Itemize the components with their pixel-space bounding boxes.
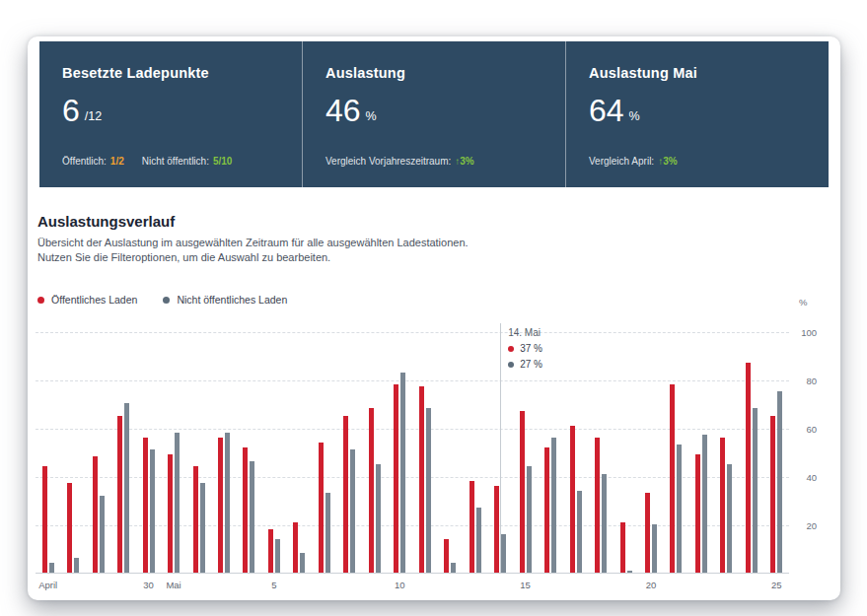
kpi-unit: % xyxy=(629,109,640,127)
kpi-detail-label: Nicht öffentlich: xyxy=(142,156,209,167)
bar--ffentliches-laden[interactable] xyxy=(117,416,122,573)
bar-nicht-ffentliches-laden[interactable] xyxy=(476,508,481,573)
bar--ffentliches-laden[interactable] xyxy=(319,443,324,573)
bar-group[interactable] xyxy=(688,332,713,573)
kpi-detail-value: 5/10 xyxy=(213,156,232,167)
bar-group[interactable] xyxy=(36,332,60,573)
bar--ffentliches-laden[interactable] xyxy=(570,426,575,573)
bar-nicht-ffentliches-laden[interactable] xyxy=(426,408,431,573)
bar-group[interactable] xyxy=(211,332,236,573)
legend-item-oeffentliches-laden[interactable]: Öffentliches Laden xyxy=(37,294,137,306)
bar--ffentliches-laden[interactable] xyxy=(770,416,775,573)
bar-nicht-ffentliches-laden[interactable] xyxy=(250,461,254,573)
bar-nicht-ffentliches-laden[interactable] xyxy=(652,524,657,573)
bar-group[interactable] xyxy=(412,332,437,573)
bar-nicht-ffentliches-laden[interactable] xyxy=(100,496,105,573)
bar-nicht-ffentliches-laden[interactable] xyxy=(225,433,230,573)
bar-group[interactable] xyxy=(638,332,663,573)
bar-nicht-ffentliches-laden[interactable] xyxy=(551,438,556,573)
bar-nicht-ffentliches-laden[interactable] xyxy=(124,403,129,573)
plot-area[interactable]: 14. Mai37 %27 % xyxy=(36,332,789,574)
bar--ffentliches-laden[interactable] xyxy=(67,483,72,573)
bar--ffentliches-laden[interactable] xyxy=(419,386,424,573)
bar-group[interactable] xyxy=(136,332,161,573)
bar-nicht-ffentliches-laden[interactable] xyxy=(753,408,758,573)
bar-nicht-ffentliches-laden[interactable] xyxy=(150,449,155,573)
bar-group[interactable] xyxy=(312,332,336,573)
bar--ffentliches-laden[interactable] xyxy=(695,454,700,573)
bar--ffentliches-laden[interactable] xyxy=(746,363,751,573)
x-axis-label: 20 xyxy=(646,580,657,590)
kpi-card-auslastung-mai: Auslastung Mai 64 % Vergleich April:↑3% xyxy=(565,41,829,187)
kpi-footer: Vergleich Vorjahreszeitraum:↑3% xyxy=(325,156,474,167)
bar-group[interactable] xyxy=(438,332,463,573)
bar--ffentliches-laden[interactable] xyxy=(293,522,298,573)
bar--ffentliches-laden[interactable] xyxy=(394,384,398,573)
bar-nicht-ffentliches-laden[interactable] xyxy=(350,449,355,573)
bar--ffentliches-laden[interactable] xyxy=(645,493,650,573)
bar--ffentliches-laden[interactable] xyxy=(369,408,374,573)
bar-series xyxy=(36,332,789,573)
bar-group[interactable] xyxy=(337,332,362,573)
bar-group[interactable] xyxy=(714,332,739,573)
bar-group[interactable] xyxy=(161,332,185,573)
bar--ffentliches-laden[interactable] xyxy=(720,438,725,573)
bar--ffentliches-laden[interactable] xyxy=(544,447,549,573)
bar--ffentliches-laden[interactable] xyxy=(93,456,98,573)
bar-nicht-ffentliches-laden[interactable] xyxy=(451,563,456,573)
bar-nicht-ffentliches-laden[interactable] xyxy=(501,534,506,573)
bar-nicht-ffentliches-laden[interactable] xyxy=(275,539,280,573)
bar--ffentliches-laden[interactable] xyxy=(343,416,348,573)
bar-group[interactable] xyxy=(186,332,211,573)
bar--ffentliches-laden[interactable] xyxy=(193,466,198,573)
bar-nicht-ffentliches-laden[interactable] xyxy=(175,433,180,573)
bar-group[interactable] xyxy=(86,332,110,573)
bar-nicht-ffentliches-laden[interactable] xyxy=(49,563,54,573)
bar--ffentliches-laden[interactable] xyxy=(520,411,525,573)
bar--ffentliches-laden[interactable] xyxy=(168,454,173,573)
bar-nicht-ffentliches-laden[interactable] xyxy=(300,553,305,573)
bar--ffentliches-laden[interactable] xyxy=(444,539,449,573)
bar-group[interactable] xyxy=(110,332,135,573)
bar-group[interactable] xyxy=(261,332,286,573)
bar--ffentliches-laden[interactable] xyxy=(218,438,223,573)
bar--ffentliches-laden[interactable] xyxy=(670,384,675,573)
bar--ffentliches-laden[interactable] xyxy=(143,438,148,573)
bar-group[interactable] xyxy=(362,332,387,573)
kpi-card-auslastung: Auslastung 46 % Vergleich Vorjahreszeitr… xyxy=(302,41,565,187)
bar--ffentliches-laden[interactable] xyxy=(470,481,474,573)
bar--ffentliches-laden[interactable] xyxy=(494,486,499,573)
bar-group[interactable] xyxy=(237,332,261,573)
bar-group[interactable] xyxy=(664,332,688,573)
kpi-trend-value: ↑3% xyxy=(658,156,677,167)
bar-nicht-ffentliches-laden[interactable] xyxy=(727,464,732,573)
bar-nicht-ffentliches-laden[interactable] xyxy=(376,464,381,573)
bar-nicht-ffentliches-laden[interactable] xyxy=(400,373,405,573)
bar--ffentliches-laden[interactable] xyxy=(243,447,248,573)
legend-item-nicht-oeffentliches-laden[interactable]: Nicht öffentliches Laden xyxy=(163,294,287,306)
bar-group[interactable] xyxy=(463,332,487,573)
bar-nicht-ffentliches-laden[interactable] xyxy=(200,483,205,573)
bar--ffentliches-laden[interactable] xyxy=(595,438,600,573)
x-axis-label: 30 xyxy=(143,580,154,590)
bar-nicht-ffentliches-laden[interactable] xyxy=(702,435,707,573)
bar-nicht-ffentliches-laden[interactable] xyxy=(627,571,632,573)
bar-nicht-ffentliches-laden[interactable] xyxy=(74,558,79,573)
x-axis-label: 15 xyxy=(520,580,531,590)
bar-group[interactable] xyxy=(563,332,588,573)
bar-nicht-ffentliches-laden[interactable] xyxy=(325,493,330,573)
bar-nicht-ffentliches-laden[interactable] xyxy=(677,445,682,573)
kpi-value: 64 xyxy=(589,94,624,127)
bar--ffentliches-laden[interactable] xyxy=(42,466,47,573)
bar-group[interactable] xyxy=(588,332,613,573)
bar-nicht-ffentliches-laden[interactable] xyxy=(602,474,607,573)
bar-group[interactable] xyxy=(388,332,412,573)
bar-group[interactable] xyxy=(287,332,312,573)
bar--ffentliches-laden[interactable] xyxy=(268,529,273,573)
bar-group[interactable] xyxy=(60,332,85,573)
bar--ffentliches-laden[interactable] xyxy=(620,522,625,573)
bar-group[interactable] xyxy=(614,332,638,573)
bar-nicht-ffentliches-laden[interactable] xyxy=(527,466,532,573)
bar-group[interactable] xyxy=(739,332,763,573)
bar-nicht-ffentliches-laden[interactable] xyxy=(577,491,582,573)
